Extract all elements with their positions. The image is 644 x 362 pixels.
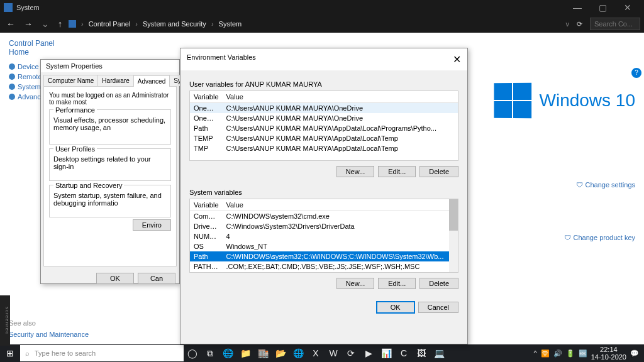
new-button[interactable]: New... — [336, 166, 375, 177]
battery-icon[interactable]: 🔋 — [566, 349, 575, 358]
cancel-button[interactable]: Cancel — [418, 302, 458, 313]
taskbar-app-icon[interactable]: 📂 — [272, 348, 289, 359]
shield-icon — [9, 74, 15, 80]
table-row[interactable]: PATHEXT.COM;.EXE;.BAT;.CMD;.VBS;.VBE;.JS… — [190, 261, 458, 272]
edit-button[interactable]: Edit... — [378, 166, 416, 177]
tab-computer-name[interactable]: Computer Name — [43, 75, 98, 86]
help-icon[interactable]: ? — [631, 68, 641, 78]
language-icon[interactable]: 🔤 — [579, 349, 587, 358]
table-row[interactable]: ComSpecC:\WINDOWS\system32\cmd.exe — [190, 211, 458, 222]
taskbar-app-icon[interactable]: ▶ — [360, 348, 377, 359]
search-icon: ⌕ — [25, 349, 30, 357]
environment-variables-button[interactable]: Enviro — [133, 219, 171, 231]
clock[interactable]: 22:1414-10-2020 — [591, 346, 626, 361]
close-button[interactable]: ✕ — [453, 53, 461, 65]
table-row[interactable]: DriverDataC:\Windows\System32\Drivers\Dr… — [190, 221, 458, 231]
address-bar: ← → ⌄ ↑ › Control Panel› System and Secu… — [0, 15, 644, 33]
tab-advanced[interactable]: Advanced — [133, 75, 170, 87]
maximize-button[interactable]: ▢ — [590, 3, 615, 13]
back-button[interactable]: ← — [4, 19, 18, 29]
windows-logo-text: Windows 10 — [539, 90, 635, 111]
up-button[interactable]: ↑ — [55, 19, 65, 29]
screenrec-badge: screenrec — [0, 295, 10, 346]
tray-up-icon[interactable]: ^ — [534, 349, 537, 357]
dialog-title: System Properties — [41, 60, 179, 72]
change-settings-link[interactable]: 🛡Change settings — [497, 181, 635, 189]
system-tray[interactable]: ^ 🛜 🔊 🔋 🔤 22:1414-10-2020 💬 — [529, 346, 644, 361]
table-row[interactable]: PathC:\WINDOWS\system32;C:\WINDOWS;C:\WI… — [190, 251, 458, 261]
user-vars-table[interactable]: VariableValue OneDriveC:\Users\ANUP KUMA… — [189, 90, 458, 161]
shield-icon: 🛡 — [564, 234, 571, 241]
see-also: See also Security and Maintenance — [9, 319, 89, 338]
refresh-button[interactable]: ⟳ — [573, 20, 586, 28]
content-area: ? Control Panel Home Device Ma Remote se… — [0, 33, 644, 344]
dropdown-icon[interactable]: ⌄ — [39, 19, 52, 29]
edit-button[interactable]: Edit... — [378, 278, 416, 289]
performance-group: Performance Visual effects, processor sc… — [49, 109, 171, 145]
sidebar-header[interactable]: Control Panel Home — [9, 39, 72, 57]
environment-variables-dialog: Environment Variables ✕ User variables f… — [180, 48, 468, 344]
ok-button[interactable]: OK — [96, 273, 134, 284]
taskbar-app-icon[interactable]: ◯ — [184, 348, 201, 359]
new-button[interactable]: New... — [336, 278, 375, 289]
taskbar-app-icon[interactable]: X — [307, 348, 325, 359]
shield-icon — [9, 84, 15, 90]
delete-button[interactable]: Delete — [419, 166, 458, 177]
breadcrumb[interactable]: System and Security — [143, 20, 206, 28]
table-row[interactable]: OneDriveConsumerC:\Users\ANUP KUMAR MAUR… — [190, 113, 458, 123]
shield-icon — [9, 63, 15, 70]
notifications-icon[interactable]: 💬 — [630, 349, 639, 358]
taskbar: ⊞ ⌕ Type here to search ◯⧉🌐📁🏬📂🌐XW⟳▶📊C🖼💻 … — [0, 344, 644, 362]
ok-button[interactable]: OK — [377, 302, 414, 313]
window-titlebar: System — ▢ ✕ — [0, 0, 644, 15]
right-column: 🛡Change settings 🛡Change product key — [497, 181, 635, 287]
table-row[interactable]: NUMBER_OF_PROCESSORS4 — [190, 231, 458, 241]
table-row[interactable]: OSWindows_NT — [190, 241, 458, 251]
table-row[interactable]: PathC:\Users\ANUP KUMAR MAURYA\AppData\L… — [190, 123, 458, 133]
taskbar-app-icon[interactable]: 🌐 — [289, 348, 307, 359]
taskbar-app-icon[interactable]: 💻 — [430, 348, 448, 359]
taskbar-app-icon[interactable]: ⧉ — [201, 348, 219, 359]
taskbar-app-icon[interactable]: W — [325, 348, 342, 359]
taskbar-app-icon[interactable]: C — [395, 348, 413, 359]
user-profiles-group: User Profiles Desktop settings related t… — [49, 148, 171, 181]
table-row[interactable]: PROCESSOR_ARCHITECTUREAMD64 — [190, 272, 458, 273]
forward-button[interactable]: → — [21, 19, 35, 29]
breadcrumb[interactable]: System — [219, 20, 242, 28]
volume-icon[interactable]: 🔊 — [553, 349, 562, 358]
change-product-key-link[interactable]: 🛡Change product key — [497, 234, 635, 241]
search-dropdown-icon[interactable]: v — [566, 20, 570, 28]
taskbar-app-icon[interactable]: 📁 — [236, 348, 254, 359]
network-icon[interactable]: 🛜 — [541, 349, 550, 358]
taskbar-app-icon[interactable]: 🏬 — [254, 348, 272, 359]
table-row[interactable]: TMPC:\Users\ANUP KUMAR MAURYA\AppData\Lo… — [190, 143, 458, 153]
minimize-button[interactable]: — — [565, 3, 590, 13]
see-also-link[interactable]: Security and Maintenance — [9, 331, 89, 338]
taskbar-app-icon[interactable]: 🌐 — [219, 348, 236, 359]
dialog-title: Environment Variables — [187, 53, 256, 65]
delete-button[interactable]: Delete — [419, 278, 458, 289]
scrollbar[interactable] — [449, 199, 458, 272]
system-vars-header: System variables — [189, 189, 458, 196]
shield-icon: 🛡 — [576, 181, 583, 189]
table-row[interactable]: TEMPC:\Users\ANUP KUMAR MAURYA\AppData\L… — [190, 133, 458, 143]
shield-icon — [9, 94, 15, 100]
system-vars-table[interactable]: VariableValue ComSpecC:\WINDOWS\system32… — [189, 199, 458, 273]
cancel-button[interactable]: Can — [138, 273, 175, 284]
search-input[interactable] — [590, 18, 640, 30]
table-row[interactable]: OneDriveC:\Users\ANUP KUMAR MAURYA\OneDr… — [190, 103, 458, 114]
system-icon — [4, 3, 13, 12]
taskbar-app-icon[interactable]: 📊 — [377, 348, 395, 359]
taskbar-search[interactable]: ⌕ Type here to search — [20, 345, 184, 361]
breadcrumb[interactable]: Control Panel — [89, 20, 131, 28]
user-vars-header: User variables for ANUP KUMAR MAURYA — [189, 80, 458, 88]
startup-group: Startup and Recovery System startup, sys… — [49, 185, 171, 217]
tab-hardware[interactable]: Hardware — [97, 75, 133, 86]
close-button[interactable]: ✕ — [615, 3, 640, 13]
tab-bar: Computer Name Hardware Advanced System P… — [43, 75, 177, 87]
taskbar-app-icon[interactable]: 🖼 — [413, 348, 430, 359]
taskbar-app-icon[interactable]: ⟳ — [342, 348, 360, 359]
location-icon — [69, 20, 76, 28]
admin-note: You must be logged on as an Administrato… — [49, 92, 171, 106]
start-button[interactable]: ⊞ — [0, 348, 20, 358]
